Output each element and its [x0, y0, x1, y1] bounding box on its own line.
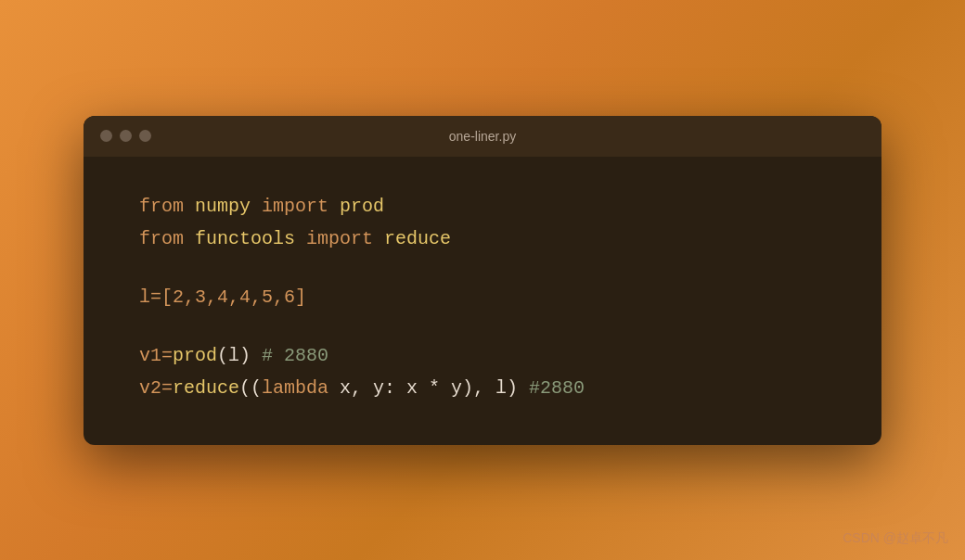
- paren-l: (l): [217, 345, 262, 366]
- kw-import-2: import: [306, 228, 384, 249]
- maximize-dot: [139, 130, 151, 142]
- blank-1: [139, 255, 826, 281]
- comment-2: #2880: [529, 377, 585, 399]
- fn-prod: prod: [340, 196, 384, 217]
- var-v2: v2=: [139, 377, 173, 399]
- mod-functools: functools: [195, 228, 306, 249]
- blank-2: [139, 313, 826, 339]
- comment-1: # 2880: [262, 345, 328, 366]
- var-v1: v1=: [139, 345, 173, 366]
- kw-import-1: import: [262, 196, 340, 217]
- traffic-lights: [100, 130, 151, 142]
- mod-numpy: numpy: [195, 196, 262, 217]
- minimize-dot: [120, 130, 132, 142]
- watermark: CSDN @赵卓不凡: [843, 530, 948, 547]
- code-line-2: from functools import reduce: [139, 223, 826, 255]
- reduce-args: ((: [239, 377, 262, 399]
- kw-lambda: lambda: [262, 377, 340, 399]
- code-window: one-liner.py from numpy import prod from…: [84, 116, 881, 445]
- code-line-1: from numpy import prod: [139, 190, 826, 223]
- call-reduce: reduce: [173, 377, 239, 399]
- code-line-3: l=[2,3,4,4,5,6]: [139, 281, 826, 313]
- titlebar: one-liner.py: [84, 116, 881, 157]
- window-title: one-liner.py: [449, 129, 516, 144]
- var-l: l=[2,3,4,4,5,6]: [139, 286, 306, 308]
- call-prod: prod: [173, 345, 217, 366]
- fn-reduce: reduce: [384, 228, 451, 249]
- lambda-body: x, y: x * y), l): [340, 377, 529, 399]
- code-line-4: v1=prod(l) # 2880: [139, 339, 826, 372]
- code-line-5: v2=reduce((lambda x, y: x * y), l) #2880: [139, 372, 826, 404]
- close-dot: [100, 130, 112, 142]
- kw-from-1: from: [139, 196, 195, 217]
- kw-from-2: from: [139, 228, 195, 249]
- code-area: from numpy import prod from functools im…: [84, 157, 881, 445]
